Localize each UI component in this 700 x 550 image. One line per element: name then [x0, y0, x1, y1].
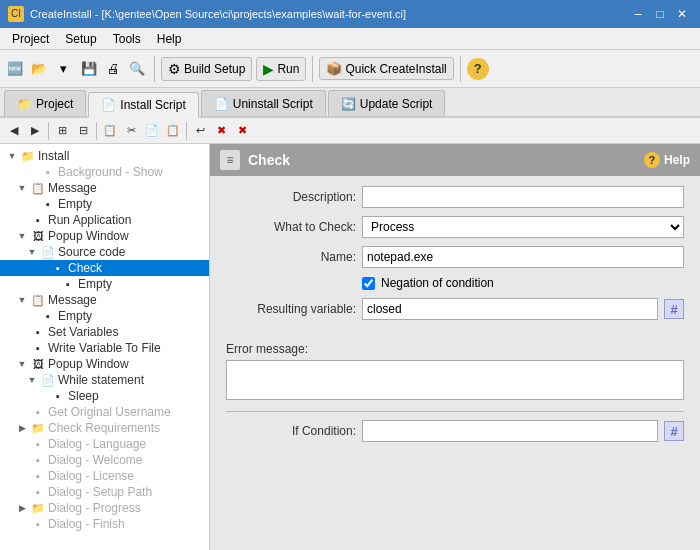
quick-create-label: Quick CreateInstall [345, 62, 446, 76]
tree-icon-popup-window1: 🖼 [30, 230, 46, 242]
tree-label-dialog-language: Dialog - Language [48, 437, 146, 451]
sub-copy-icon[interactable]: 📋 [100, 121, 120, 141]
name-label: Name: [226, 250, 356, 264]
tree-icon-check-req: 📁 [30, 422, 46, 435]
tree-label-dialog-license: Dialog - License [48, 469, 134, 483]
menu-help[interactable]: Help [149, 30, 190, 48]
tree-item-set-variables[interactable]: ▪ Set Variables [0, 324, 209, 340]
error-message-label: Error message: [226, 342, 684, 356]
sub-nav-forward[interactable]: ▶ [25, 121, 45, 141]
app-icon: CI [8, 6, 24, 22]
menu-bar: Project Setup Tools Help [0, 28, 700, 50]
error-message-textarea[interactable] [226, 360, 684, 400]
sub-cut-icon[interactable]: ✂ [121, 121, 141, 141]
new-icon[interactable]: 🆕 [4, 58, 26, 80]
tree-icon-sleep: ▪ [50, 390, 66, 402]
project-tab-icon: 📁 [17, 97, 32, 111]
sub-toolbar: ◀ ▶ ⊞ ⊟ 📋 ✂ 📄 📋 ↩ ✖ ✖ [0, 118, 700, 144]
name-input[interactable] [362, 246, 684, 268]
tree-label-message2: Message [48, 293, 97, 307]
tree-expand-popup-window1: ▼ [14, 231, 30, 241]
tree-item-empty3[interactable]: ▪ Empty [0, 308, 209, 324]
tab-update-script[interactable]: 🔄 Update Script [328, 90, 446, 116]
sub-delete-icon[interactable]: ✖ [211, 121, 231, 141]
toolbar-help-icon[interactable]: ? [467, 58, 489, 80]
error-message-section: Error message: [226, 342, 684, 403]
tree-label-sleep: Sleep [68, 389, 99, 403]
tree-item-source-code[interactable]: ▼ 📄 Source code [0, 244, 209, 260]
tree-item-popup-window1[interactable]: ▼ 🖼 Popup Window [0, 228, 209, 244]
sub-delete2-icon[interactable]: ✖ [232, 121, 252, 141]
panel-header-icon: ≡ [220, 150, 240, 170]
tree-label-source-code: Source code [58, 245, 125, 259]
tree-item-sleep[interactable]: ▪ Sleep [0, 388, 209, 404]
menu-setup[interactable]: Setup [57, 30, 104, 48]
tree-label-dialog-finish: Dialog - Finish [48, 517, 125, 531]
save-icon[interactable]: 💾 [78, 58, 100, 80]
negation-label: Negation of condition [381, 276, 494, 290]
sub-undo-icon[interactable]: ↩ [190, 121, 210, 141]
if-condition-hash-btn[interactable]: # [664, 421, 684, 441]
maximize-button[interactable]: □ [650, 4, 670, 24]
tree-label-background-show: Background - Show [58, 165, 163, 179]
open-icon[interactable]: 📂 [28, 58, 50, 80]
tree-label-empty1: Empty [58, 197, 92, 211]
sub-paste-icon[interactable]: 📄 [142, 121, 162, 141]
menu-project[interactable]: Project [4, 30, 57, 48]
close-button[interactable]: ✕ [672, 4, 692, 24]
tree-icon-message1: 📋 [30, 182, 46, 195]
tree-item-empty2[interactable]: ▪ Empty [0, 276, 209, 292]
tree-item-message2[interactable]: ▼ 📋 Message [0, 292, 209, 308]
tree-icon-message2: 📋 [30, 294, 46, 307]
toolbar-separator-2 [312, 56, 313, 82]
tree-item-while-statement[interactable]: ▼ 📄 While statement [0, 372, 209, 388]
panel-help[interactable]: ? Help [644, 152, 690, 168]
if-condition-input[interactable] [362, 420, 658, 442]
resulting-var-row: Resulting variable: # [226, 298, 684, 320]
tab-install-script[interactable]: 📄 Install Script [88, 92, 198, 118]
tree-icon-run-app: ▪ [30, 214, 46, 226]
tree-icon-dialog-license: ▪ [30, 470, 46, 482]
tree-item-check[interactable]: ▪ Check [0, 260, 209, 276]
minimize-button[interactable]: – [628, 4, 648, 24]
zoom-icon[interactable]: 🔍 [126, 58, 148, 80]
what-to-check-select[interactable]: Process File Registry Service [362, 216, 684, 238]
tab-uninstall-script[interactable]: 📄 Uninstall Script [201, 90, 326, 116]
sub-sep-3 [186, 122, 187, 140]
tree-item-empty1[interactable]: ▪ Empty [0, 196, 209, 212]
uninstall-script-tab-icon: 📄 [214, 97, 229, 111]
run-button[interactable]: ▶ Run [256, 57, 306, 81]
tree-icon-popup-window2: 🖼 [30, 358, 46, 370]
build-setup-button[interactable]: ⚙ Build Setup [161, 57, 252, 81]
description-input[interactable] [362, 186, 684, 208]
tree-item-write-variable[interactable]: ▪ Write Variable To File [0, 340, 209, 356]
quick-create-button[interactable]: 📦 Quick CreateInstall [319, 57, 453, 80]
title-bar-left: CI CreateInstall - [K:\gentee\Open Sourc… [8, 6, 406, 22]
tree-item-message1[interactable]: ▼ 📋 Message [0, 180, 209, 196]
sub-nav-back[interactable]: ◀ [4, 121, 24, 141]
tree-icon-background-show: ▪ [40, 166, 56, 178]
menu-tools[interactable]: Tools [105, 30, 149, 48]
tree-icon-dialog-finish: ▪ [30, 518, 46, 530]
what-to-check-row: What to Check: Process File Registry Ser… [226, 216, 684, 238]
resulting-var-hash-btn[interactable]: # [664, 299, 684, 319]
toolbar-separator-1 [154, 56, 155, 82]
tab-project[interactable]: 📁 Project [4, 90, 86, 116]
negation-checkbox[interactable] [362, 277, 375, 290]
sub-remove-icon[interactable]: ⊟ [73, 121, 93, 141]
sub-add-icon[interactable]: ⊞ [52, 121, 72, 141]
run-label: Run [277, 62, 299, 76]
tree-icon-source-code: 📄 [40, 246, 56, 259]
tree-label-run-app: Run Application [48, 213, 131, 227]
dropdown-icon[interactable]: ▾ [52, 58, 74, 80]
tree-item-run-app[interactable]: ▪ Run Application [0, 212, 209, 228]
name-row: Name: [226, 246, 684, 268]
tree-icon-while-statement: 📄 [40, 374, 56, 387]
title-bar: CI CreateInstall - [K:\gentee\Open Sourc… [0, 0, 700, 28]
resulting-var-input[interactable] [362, 298, 658, 320]
tab-project-label: Project [36, 97, 73, 111]
print-icon[interactable]: 🖨 [102, 58, 124, 80]
tree-item-popup-window2[interactable]: ▼ 🖼 Popup Window [0, 356, 209, 372]
tree-item-install[interactable]: ▼ 📁 Install [0, 148, 209, 164]
sub-paste2-icon[interactable]: 📋 [163, 121, 183, 141]
